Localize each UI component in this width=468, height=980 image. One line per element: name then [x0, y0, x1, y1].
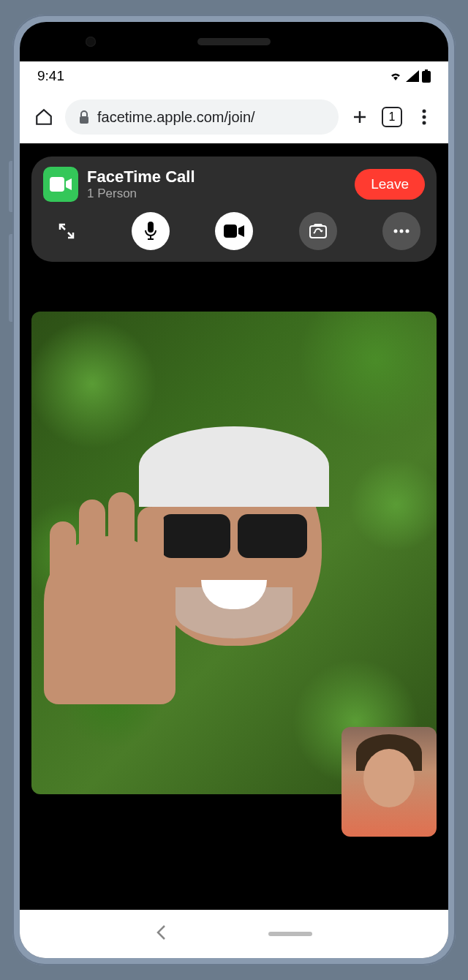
- status-bar: 9:41: [20, 61, 448, 91]
- tab-count: 1: [389, 110, 396, 124]
- kebab-menu-icon: [422, 109, 426, 125]
- video-camera-icon: [224, 225, 244, 238]
- svg-point-12: [406, 230, 410, 233]
- fullscreen-button[interactable]: [48, 212, 86, 250]
- call-title-block: FaceTime Call 1 Person: [87, 167, 346, 201]
- facetime-app-icon: [43, 167, 78, 202]
- flip-camera-icon: [309, 223, 328, 239]
- status-icons: [388, 69, 431, 83]
- call-controls-row: [43, 212, 425, 250]
- back-button[interactable]: [156, 924, 166, 943]
- svg-rect-2: [80, 116, 88, 124]
- remote-video-feed[interactable]: [31, 312, 437, 794]
- plus-icon: [351, 108, 369, 126]
- url-text: facetime.apple.com/join/: [97, 109, 255, 126]
- flip-camera-button[interactable]: [299, 212, 337, 250]
- svg-point-11: [400, 230, 404, 233]
- status-time: 9:41: [37, 68, 64, 84]
- battery-icon: [422, 69, 431, 83]
- video-icon: [50, 177, 72, 192]
- phone-hardware-top: [20, 22, 448, 61]
- address-bar[interactable]: facetime.apple.com/join/: [65, 99, 339, 135]
- svg-rect-1: [425, 69, 428, 72]
- call-participant-count: 1 Person: [87, 186, 346, 201]
- svg-rect-0: [422, 71, 431, 83]
- call-title: FaceTime Call: [87, 167, 346, 186]
- home-gesture-pill[interactable]: [268, 932, 312, 936]
- screen: 9:41 facetime.apple.com/join/: [20, 61, 448, 958]
- home-button[interactable]: [33, 108, 55, 127]
- svg-point-10: [394, 230, 398, 233]
- call-content-area: FaceTime Call 1 Person Leave: [20, 143, 448, 910]
- phone-screen-bezel: 9:41 facetime.apple.com/join/: [20, 22, 448, 958]
- ellipsis-icon: [393, 229, 410, 233]
- svg-rect-7: [148, 222, 154, 233]
- tab-count-badge: 1: [382, 107, 402, 127]
- svg-point-3: [423, 110, 426, 113]
- menu-button[interactable]: [413, 109, 435, 125]
- browser-toolbar: facetime.apple.com/join/ 1: [20, 91, 448, 143]
- expand-icon: [58, 223, 75, 239]
- svg-point-4: [423, 116, 426, 119]
- chevron-left-icon: [156, 924, 166, 941]
- phone-frame: 9:41 facetime.apple.com/join/: [12, 15, 456, 965]
- more-options-button[interactable]: [382, 212, 420, 250]
- svg-rect-9: [310, 226, 326, 238]
- tabs-button[interactable]: 1: [381, 107, 403, 127]
- volume-up-button: [9, 161, 12, 212]
- svg-rect-6: [50, 177, 64, 192]
- call-controls-card: FaceTime Call 1 Person Leave: [31, 157, 437, 262]
- remote-participant: [146, 441, 322, 646]
- svg-rect-8: [224, 225, 237, 238]
- camera-toggle-button[interactable]: [215, 212, 253, 250]
- new-tab-button[interactable]: [349, 108, 371, 126]
- earpiece-speaker: [197, 38, 271, 45]
- volume-down-button: [9, 234, 12, 322]
- self-view-pip[interactable]: [341, 727, 437, 837]
- lock-icon: [78, 110, 90, 124]
- android-nav-bar: [20, 910, 448, 958]
- wifi-icon: [388, 70, 403, 82]
- cell-signal-icon: [406, 70, 419, 82]
- front-camera: [86, 37, 96, 47]
- leave-button[interactable]: Leave: [355, 169, 425, 200]
- call-header: FaceTime Call 1 Person Leave: [43, 167, 425, 202]
- microphone-icon: [144, 222, 157, 241]
- mute-button[interactable]: [132, 212, 170, 250]
- svg-point-5: [423, 121, 426, 125]
- home-icon: [34, 108, 53, 127]
